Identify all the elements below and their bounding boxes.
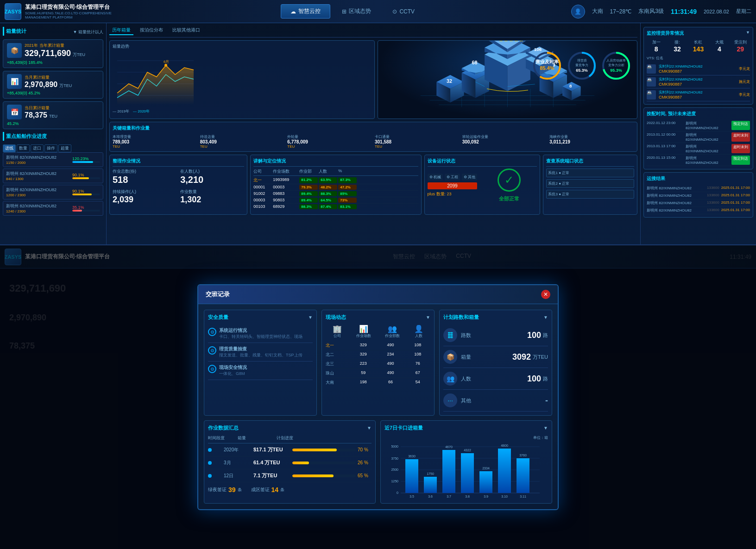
ship-item-3[interactable]: 新明州 82/XINMINZHOU82 1240 / 2300 35.1% (3, 201, 103, 216)
ongoing-label: 持续操作(人) (113, 189, 176, 195)
plan-val-1: 3092 (512, 352, 531, 362)
vessel-row-0[interactable]: 🚢 实时列22:XINMINZHOU82 CMK990887 李元龙 (647, 62, 750, 75)
logo-area: ZASYS 某港口理货有限公司·综合管理平台 SOME.HUIFENG.TALE… (5, 3, 134, 20)
check-circle: ✓ (498, 168, 521, 192)
vessel-num-2: CMK990887 (659, 95, 703, 100)
right-panel: 监控理货异常情况 ▼ 加一8 接:32 长杠143 大规4 受注到29 VTS:… (640, 23, 756, 245)
ship-list: 新明州 82/XINMINZHOU82 1150 / 2000 120.23% … (3, 152, 103, 216)
line-chart-area: 箱量趋势 (109, 40, 375, 119)
viz-3d-area: 32 68 (378, 40, 637, 119)
kv-item-0: 本埠理货量 789,003 TEU (113, 134, 197, 149)
svg-text:4800: 4800 (501, 444, 508, 447)
monthly-unit: 万TEU (59, 83, 72, 89)
svg-text:3.8: 3.8 (465, 495, 470, 498)
logo-icon: ZASYS (5, 9, 22, 14)
bottom-section: ZASYS 某港口理货有限公司·综合管理平台 智慧云控 区域态势 CCTV 11… (0, 245, 756, 549)
kv-unit-1: TEU (200, 144, 285, 149)
sub-tab-2[interactable]: 比较其他港口 (170, 26, 203, 35)
weather-text: 大南 (592, 7, 603, 15)
call-status-title: 讲解与定位情况 (253, 158, 418, 167)
gauge2-svg: 理货质 量竞争力 65.3% (566, 50, 598, 82)
monthly-value: 2,970,890 (25, 81, 57, 89)
svg-text:3760: 3760 (519, 454, 527, 457)
line-chart-svg: 6月 (113, 51, 196, 107)
sub-tab-0[interactable]: 历年箱量 (109, 26, 133, 35)
svg-text:3750: 3750 (391, 457, 398, 460)
region-icon: ⊞ (342, 8, 346, 15)
safety-label-2: 现场安全情况 (219, 364, 252, 371)
ops-row-1: 3月 61.4 万TEU 26 % (208, 456, 372, 469)
dialog-close-button[interactable]: ✕ (541, 290, 550, 299)
svg-text:65.3%: 65.3% (576, 68, 588, 73)
filter-tab-4[interactable]: 超量 (58, 144, 71, 152)
time-display: 11:31:49 (671, 8, 697, 15)
nav-tabs: ☁ 智慧云控 ⊞ 区域态势 ⊙ CCTV (134, 4, 571, 19)
filter-tab-3[interactable]: 操作 (44, 144, 57, 152)
timeline-row-0: 2022.01.12 23:00 新明州 82/XINMINZHOU82 预定到… (647, 120, 750, 131)
sub-tab-1[interactable]: 按泊位分布 (137, 26, 166, 35)
cloud-icon: ☁ (290, 8, 296, 15)
company-title: 某港口理货有限公司·综合管理平台 (25, 3, 134, 11)
vessel-row-2[interactable]: 🚢 实时列22:XINMINZHOU82 CMK990887 李元龙 (647, 88, 750, 101)
vessel-num-0: CMK990887 (659, 69, 703, 74)
live-icon-2: 作业部数 (385, 333, 400, 338)
live-arrow[interactable]: ▼ (426, 315, 430, 320)
svg-text:3.7: 3.7 (447, 495, 451, 498)
filter-tab-1[interactable]: 数量 (17, 144, 30, 152)
stats-panel-title: 箱量统计 (3, 27, 28, 36)
kv-title: 关键箱量和作业量 (113, 125, 634, 131)
safety-desc-2: 一体化、G8M (219, 371, 252, 377)
line-chart-title: 箱量趋势 (113, 44, 372, 50)
vessel-row-1[interactable]: 🚢 实时列22:XINMINZHOU82 CMK990887 施元龙 (647, 75, 750, 88)
results-section: 运搜结果 新明州 82/XINMINZHOU82 133600 2025.01.… (643, 172, 753, 218)
svg-text:0: 0 (397, 491, 398, 494)
ship-item-0[interactable]: 新明州 82/XINMINZHOU82 1150 / 2000 120.23% (3, 152, 103, 167)
focus-panel: 重点船舶作业进度 进线 数量 进口 操作 超量 新明州 82/XINMINZHO… (3, 132, 103, 216)
stats-detail-link[interactable]: ▼ 箱量统计以人 (73, 29, 103, 35)
svg-text:量竞争力: 量竞争力 (575, 63, 588, 67)
tab-cctv[interactable]: ⊙ CCTV (383, 4, 424, 19)
annual-change: +85,439(0) 185.4% (7, 60, 99, 65)
kv-value-0: 789,003 (113, 139, 197, 144)
ship-item-2[interactable]: 新明州 82/XINMINZHOU82 1200 / 2300 90.1% (3, 185, 103, 200)
chart-arrow[interactable]: ▼ (543, 425, 548, 430)
tab-cloud[interactable]: ☁ 智慧云控 (281, 4, 330, 19)
svg-text:3.10: 3.10 (501, 495, 508, 498)
tab-region[interactable]: ⊞ 区域态势 (332, 4, 381, 19)
bottom-panels: 整理作业情况 作业总数(份) 518 在人数(人) 3,210 持续操作(人) (109, 155, 637, 215)
filter-tab-2[interactable]: 进口 (31, 144, 44, 152)
dialog: 交班记录 ✕ 安全质量 ▼ ⚙ (197, 284, 559, 510)
monthly-stat-icon: 📊 (7, 74, 22, 89)
safety-label-1: 理货质量抽查 (219, 346, 302, 352)
svg-text:3.6: 3.6 (428, 495, 433, 498)
result-row-1: 新明州 82/XINMINZHOU82 133600 2025.01.31 17… (647, 192, 750, 200)
plan-icon-1: 📦 (443, 350, 457, 364)
bar-chart-container: 5000 3750 2500 1250 0 (384, 442, 548, 499)
svg-rect-95 (517, 458, 529, 493)
kv-value-4: 300,092 (462, 139, 547, 144)
ship-item-1[interactable]: 新明州 82/XINMINZHOU82 840 / 1300 90.1% (3, 168, 103, 183)
jobs-value: 1,302 (180, 195, 244, 205)
ops-arrow[interactable]: ▼ (367, 425, 372, 430)
safety-item-0: ⚙ 系统运行情况 卡口、转关转码头、智能理货神经状态、现场 (208, 324, 313, 343)
filter-tab-0[interactable]: 进线 (3, 144, 16, 152)
plan-arrow[interactable]: ▼ (543, 315, 548, 320)
daily-unit: TEU (49, 114, 57, 119)
kv-label-4: 班轮运输作业量 (462, 134, 547, 139)
annual-stat-icon: 📦 (7, 43, 22, 58)
jobs-label: 作业数量 (180, 189, 244, 195)
user-button[interactable]: 👤 (571, 5, 585, 19)
kv-item-5: 海峡作业量 3,011,219 (549, 134, 634, 149)
daily-label: 当日累计箱量 (25, 105, 57, 111)
dialog-title: 交班记录 (206, 290, 230, 299)
left-panel: 箱量统计 ▼ 箱量统计以人 📦 2021年 当年累计箱量 329,711,690… (0, 23, 107, 245)
svg-text:3.5: 3.5 (410, 495, 414, 498)
daily-stat-card: 📅 当日累计箱量 78,375 TEU 45.2% (3, 101, 103, 129)
plan-icon-other: ··· (443, 393, 457, 407)
plan-icon-0: 🛤 (443, 328, 457, 342)
safety-arrow[interactable]: ▼ (308, 315, 313, 320)
svg-text:理货质: 理货质 (577, 59, 586, 62)
cctv-icon: ⊙ (392, 8, 397, 15)
safety-item-1: ⚙ 理货质量抽查 报文发送、批量、残量、钉钉文档、TSP上传 (208, 343, 313, 362)
alert-count: 2099 (447, 183, 457, 188)
